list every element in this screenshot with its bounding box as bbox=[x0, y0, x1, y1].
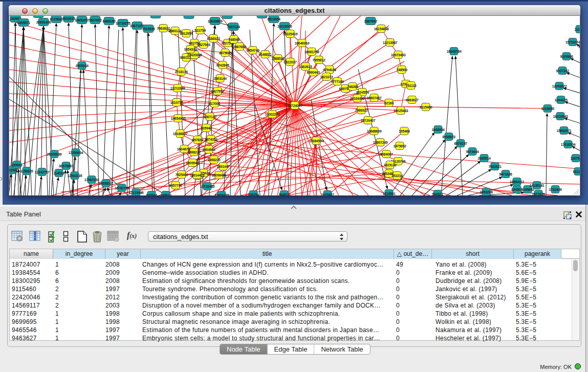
svg-text:522754: 522754 bbox=[194, 29, 206, 32]
svg-text:16210643: 16210643 bbox=[553, 115, 568, 118]
svg-text:20206536: 20206536 bbox=[47, 152, 62, 156]
svg-text:3498222: 3498222 bbox=[187, 150, 201, 154]
svg-text:19654935: 19654935 bbox=[171, 117, 186, 120]
svg-text:10654112: 10654112 bbox=[510, 180, 525, 184]
svg-text:18720407: 18720407 bbox=[361, 119, 376, 122]
svg-text:111276: 111276 bbox=[575, 28, 580, 31]
svg-text:12213987: 12213987 bbox=[383, 41, 398, 45]
svg-text:10099441: 10099441 bbox=[212, 173, 227, 177]
svg-text:6466160: 6466160 bbox=[102, 19, 116, 23]
svg-text:10719155: 10719155 bbox=[116, 21, 130, 25]
svg-text:1025437: 1025437 bbox=[321, 193, 334, 196]
svg-text:17359934: 17359934 bbox=[69, 151, 83, 155]
svg-text:535944: 535944 bbox=[201, 126, 212, 130]
svg-text:9115460: 9115460 bbox=[420, 105, 432, 109]
svg-text:9146821: 9146821 bbox=[258, 53, 272, 56]
svg-text:1615132: 1615132 bbox=[383, 163, 397, 167]
svg-text:1588520: 1588520 bbox=[271, 57, 285, 60]
svg-text:16961758: 16961758 bbox=[304, 50, 319, 54]
svg-text:2905334: 2905334 bbox=[75, 64, 89, 68]
svg-text:18724007: 18724007 bbox=[288, 104, 302, 107]
svg-text:10688609: 10688609 bbox=[367, 129, 382, 133]
svg-text:15751074: 15751074 bbox=[565, 40, 580, 44]
svg-text:8115631: 8115631 bbox=[50, 17, 63, 21]
svg-text:7632621: 7632621 bbox=[488, 165, 502, 168]
svg-text:1975692: 1975692 bbox=[393, 144, 406, 148]
svg-text:10653257: 10653257 bbox=[75, 18, 90, 22]
svg-text:6794028: 6794028 bbox=[323, 68, 336, 72]
svg-text:245012: 245012 bbox=[160, 193, 171, 196]
svg-text:204511: 204511 bbox=[578, 45, 580, 48]
svg-text:7986322: 7986322 bbox=[355, 108, 368, 112]
svg-text:964811: 964811 bbox=[278, 193, 290, 196]
svg-text:9474444: 9474444 bbox=[466, 150, 479, 154]
svg-text:7625402: 7625402 bbox=[175, 173, 188, 177]
svg-text:8322037: 8322037 bbox=[284, 60, 297, 64]
svg-text:746266: 746266 bbox=[347, 85, 358, 89]
svg-text:1733426: 1733426 bbox=[549, 188, 562, 191]
svg-text:2718176: 2718176 bbox=[175, 70, 188, 74]
svg-text:1224501: 1224501 bbox=[382, 192, 396, 195]
svg-text:1156829: 1156829 bbox=[20, 169, 33, 173]
svg-text:10973493: 10973493 bbox=[391, 53, 406, 57]
svg-text:8938923: 8938923 bbox=[442, 135, 455, 139]
svg-text:18807249: 18807249 bbox=[373, 141, 388, 144]
svg-text:3267130: 3267130 bbox=[203, 115, 216, 119]
svg-text:19384554: 19384554 bbox=[309, 139, 324, 143]
svg-text:8990443: 8990443 bbox=[307, 71, 320, 74]
svg-text:16782759: 16782759 bbox=[115, 186, 129, 190]
svg-text:417006: 417006 bbox=[209, 102, 220, 105]
svg-text:16648784: 16648784 bbox=[447, 50, 462, 53]
svg-text:1609948: 1609948 bbox=[186, 161, 199, 165]
svg-text:1654331: 1654331 bbox=[184, 48, 197, 51]
svg-text:2803144: 2803144 bbox=[213, 77, 227, 80]
svg-text:19302273: 19302273 bbox=[265, 113, 280, 116]
svg-text:12242757: 12242757 bbox=[35, 170, 50, 174]
svg-text:3875685: 3875685 bbox=[219, 51, 232, 55]
svg-text:8427552: 8427552 bbox=[211, 90, 224, 93]
svg-text:1691447: 1691447 bbox=[216, 165, 230, 168]
svg-text:19166827: 19166827 bbox=[173, 132, 188, 136]
svg-text:12123446: 12123446 bbox=[129, 191, 144, 194]
svg-text:252214: 252214 bbox=[391, 174, 403, 178]
svg-text:15692971: 15692971 bbox=[557, 129, 572, 133]
svg-text:10025433: 10025433 bbox=[394, 109, 408, 113]
svg-text:857833: 857833 bbox=[192, 138, 203, 142]
svg-text:3624554: 3624554 bbox=[356, 91, 369, 94]
svg-text:22420046: 22420046 bbox=[187, 53, 202, 57]
svg-text:9457791: 9457791 bbox=[169, 184, 182, 187]
svg-text:835061: 835061 bbox=[11, 163, 23, 167]
svg-text:12093872: 12093872 bbox=[552, 84, 567, 88]
svg-text:1362615: 1362615 bbox=[299, 65, 312, 69]
svg-text:746546: 746546 bbox=[228, 38, 239, 41]
svg-text:9632815: 9632815 bbox=[62, 17, 75, 20]
svg-text:20691406: 20691406 bbox=[36, 20, 51, 24]
svg-text:1244415: 1244415 bbox=[554, 98, 568, 102]
svg-text:12503135: 12503135 bbox=[68, 174, 82, 178]
svg-text:8471626: 8471626 bbox=[499, 172, 512, 176]
svg-text:1998220: 1998220 bbox=[207, 158, 221, 162]
svg-text:1904663: 1904663 bbox=[202, 148, 215, 151]
svg-text:17957253: 17957253 bbox=[84, 178, 99, 182]
svg-text:116753: 116753 bbox=[570, 157, 580, 160]
svg-text:1873205: 1873205 bbox=[532, 192, 545, 196]
svg-text:8912954: 8912954 bbox=[180, 32, 193, 35]
svg-text:7955812: 7955812 bbox=[312, 58, 325, 62]
svg-text:14136141: 14136141 bbox=[530, 184, 545, 187]
svg-text:12213389: 12213389 bbox=[170, 86, 185, 90]
svg-text:120443: 120443 bbox=[579, 70, 580, 74]
svg-text:8454749: 8454749 bbox=[246, 49, 259, 52]
svg-text:9245652: 9245652 bbox=[521, 188, 534, 191]
svg-text:8186323: 8186323 bbox=[207, 37, 220, 40]
svg-text:1621072: 1621072 bbox=[320, 75, 333, 79]
svg-text:9242845: 9242845 bbox=[216, 63, 229, 67]
svg-text:10958107: 10958107 bbox=[99, 182, 114, 185]
svg-text:62160: 62160 bbox=[384, 101, 394, 105]
svg-text:195466: 195466 bbox=[399, 129, 410, 133]
svg-text:15716485: 15716485 bbox=[200, 185, 215, 188]
svg-text:6879197: 6879197 bbox=[454, 142, 467, 145]
svg-text:2887682: 2887682 bbox=[364, 19, 377, 23]
svg-text:9329966: 9329966 bbox=[560, 55, 573, 58]
svg-text:8813054: 8813054 bbox=[267, 17, 280, 21]
svg-text:114519: 114519 bbox=[53, 171, 64, 175]
